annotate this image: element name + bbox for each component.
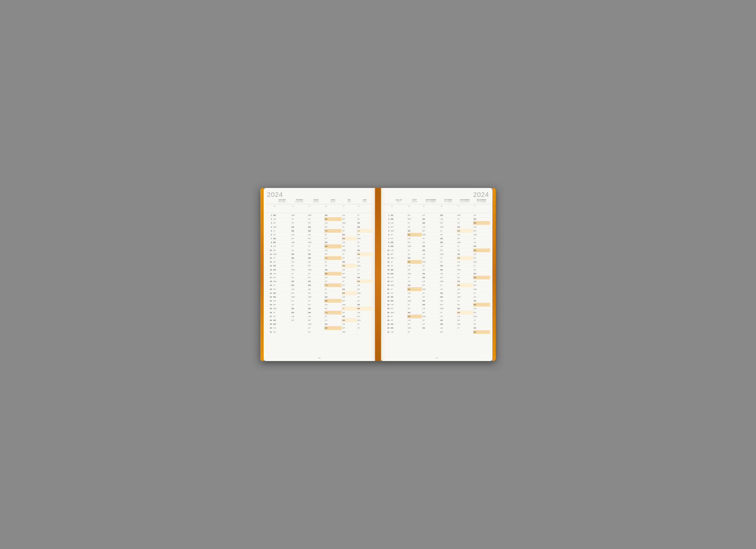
cell-oct-13: V/F (440, 260, 457, 264)
day-num-right-25: 25 (384, 308, 390, 309)
cell-jun-10: S/S (357, 249, 372, 252)
page-num-right: 17 (435, 357, 438, 359)
cell-dec-27: M/W (473, 315, 490, 318)
cell-jan-15: D/S (273, 268, 291, 272)
cell-feb-2: J/T (291, 217, 308, 221)
pencil-jul: ✏ (390, 204, 407, 208)
cell-nov-22: M/W (457, 295, 473, 299)
cell-nov-28: M/T (457, 318, 473, 322)
cell-nov-18: S/S (457, 280, 473, 283)
cal-row-left-18: 18M/WS/SS/SM/TJ/TD/S (266, 280, 372, 283)
cell-apr-14: V/F (324, 264, 342, 268)
cell-mar-6: L/M (308, 233, 324, 237)
cal-row-right-18: 18M/TV/FL/MM/WS/SL/M (384, 280, 490, 283)
cell-dec-13: M/W (473, 260, 490, 264)
cell-sep-3: D/S (422, 221, 440, 225)
cell-apr-5: M/W (324, 229, 342, 233)
cell-mai-15: L/M (342, 268, 357, 272)
cell-feb-1: M/W (291, 213, 308, 217)
cell-jul-7: V/F (390, 237, 407, 240)
month-septembre: SEPTEMBRE SEPTEMBER (422, 199, 440, 203)
cell-nov-2: J/T (457, 217, 473, 221)
cell-oct-10: M/T (440, 249, 457, 252)
day-num-left-2: 2 (266, 218, 273, 220)
cell-jul-12: M/W (390, 256, 407, 260)
cell-feb-10: V/F (291, 249, 308, 252)
cell-mai-16: M/T (342, 272, 357, 275)
day-num-right-28: 28 (384, 319, 390, 321)
cell-mai-21: D/S (342, 291, 357, 295)
cell-feb-24: V/F (291, 303, 308, 306)
cell-aug-18: V/F (407, 280, 422, 283)
cell-aug-22: M/T (407, 295, 422, 299)
cell-aug-19: S/S (407, 283, 422, 287)
day-num-left-26: 26 (266, 312, 273, 313)
cell-apr-20: J/T (324, 287, 342, 291)
cell-dec-23: S/S (473, 299, 490, 303)
month-octobre: OCTOBRE OCTOBER (440, 199, 457, 203)
cell-mai-13: S/S (342, 260, 357, 264)
cell-jan-21: S/S (273, 291, 291, 295)
cal-row-left-10: 10M/TV/FF/VL/MM/WS/S (266, 249, 372, 252)
cell-mai-6: S/S (342, 233, 357, 237)
notes-sep: ✏ (422, 204, 440, 213)
cal-row-right-7: 7V/FL/MJ/TS/SM/TJ/T (384, 237, 490, 241)
cell-dec-20: M/W (473, 287, 490, 291)
cell-feb-26: D/S (291, 311, 308, 314)
cell-jan-7: S/S (273, 237, 291, 240)
cell-mar-11: S/S (308, 252, 324, 256)
cell-mai-23: M/T (342, 299, 357, 303)
cell-feb-9: J/T (291, 244, 308, 248)
cal-row-left-3: 3M/TV/FF/VL/MM/WS/S (266, 221, 372, 225)
calendar-left: 1D/SM/WM/WS/SL/MJ/T2L/MJ/TJ/TD/SM/TV/F3M… (266, 213, 372, 334)
cell-jul-29: S/S (390, 322, 407, 326)
cell-oct-28: S/S (440, 318, 457, 322)
cell-oct-11: M/W (440, 252, 457, 256)
cal-row-left-22: 22D/SM/WM/WS/SL/MJ/T (266, 295, 372, 299)
cell-jul-6: J/T (390, 233, 407, 237)
cell-feb-7: M/T (291, 237, 308, 240)
cell-aug-1: M/T (407, 213, 422, 217)
cell-jan-4: M/W (273, 225, 291, 229)
cal-row-right-2: 2D/SM/WS/SL/MJ/TS/S (384, 217, 490, 221)
notes-nov: ✏ (457, 204, 473, 213)
day-num-left-13: 13 (266, 261, 273, 263)
cell-mar-27: L/M (308, 315, 324, 318)
cell-mar-13: L/M (308, 260, 324, 264)
cal-row-left-20: 20V/FL/ML/MJ/TS/SM/T (266, 287, 372, 291)
cal-row-left-9: 9L/MJ/TJ/TD/SM/TV/F (266, 244, 372, 248)
cell-mai-18: J/T (342, 280, 357, 283)
cell-feb-4: S/S (291, 225, 308, 229)
month-fevrier: FÉVRIER FEBRUARY (291, 199, 308, 203)
cell-sep-17: D/S (422, 276, 440, 279)
cell-nov-24: V/F (457, 303, 473, 306)
cell-jul-9: D/S (390, 244, 407, 248)
cal-row-left-11: 11M/WS/SS/SM/TJ/TD/S (266, 252, 372, 256)
day-num-right-19: 19 (384, 284, 390, 286)
day-num-right-5: 5 (384, 230, 390, 232)
cell-nov-6: L/M (457, 233, 473, 237)
cell-nov-23: J/T (457, 299, 473, 303)
cell-jan-1: D/S (273, 213, 291, 217)
month-janvier: JANVIER JANUARY (273, 199, 291, 203)
cell-nov-5: D/S (457, 229, 473, 233)
day-num-left-23: 23 (266, 300, 273, 302)
cell-jun-3: S/S (357, 221, 372, 225)
cal-row-left-21: 21S/SM/TM/TV/FD/SM/W (266, 291, 372, 295)
cell-mai-25: J/T (342, 307, 357, 310)
cell-jun-21: M/W (357, 291, 372, 295)
cell-apr-17: L/M (324, 276, 342, 279)
month-juillet: JUILLET JULY (390, 199, 407, 203)
cell-jan-30: L/M (273, 326, 291, 330)
cell-jun-14: M/W (357, 264, 372, 268)
cell-aug-4: V/F (407, 225, 422, 229)
cell-sep-14: J/T (422, 264, 440, 268)
cal-row-right-14: 14V/FL/MJ/TS/SM/TJ/T (384, 264, 490, 268)
cal-row-right-26: 26M/WS/SM/TJ/TD/SM/T (384, 311, 490, 315)
cell-jun-18: D/S (357, 280, 372, 283)
cell-mai-26: V/F (342, 311, 357, 314)
cal-row-right-28: 28V/FL/MJ/TS/SM/TJ/T (384, 318, 490, 322)
cell-oct-23: L/M (440, 299, 457, 303)
cell-jun-6: M/T (357, 233, 372, 237)
cell-apr-12: M/W (324, 256, 342, 260)
